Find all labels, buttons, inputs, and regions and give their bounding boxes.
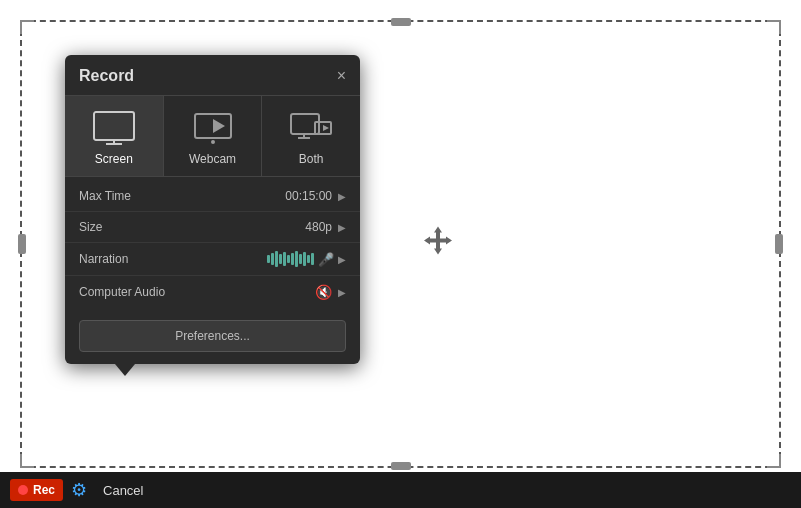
dialog-title: Record [79, 67, 134, 85]
handle-bottom[interactable] [391, 462, 411, 470]
svg-marker-6 [213, 119, 225, 133]
narration-chevron: ▶ [338, 254, 346, 265]
audio-chevron: ▶ [338, 287, 346, 298]
bottom-toolbar: Rec ⚙ Cancel [0, 472, 801, 508]
narration-row[interactable]: Narration 🎤 ▶ [65, 243, 360, 276]
bar-12 [311, 253, 314, 265]
bar-8 [295, 251, 298, 267]
bar-11 [307, 255, 310, 263]
record-dialog: Record × Screen Webcam [65, 55, 360, 364]
svg-marker-13 [323, 125, 329, 131]
bar-7 [291, 253, 294, 265]
source-screen[interactable]: Screen [65, 96, 164, 176]
handle-top[interactable] [391, 18, 411, 26]
both-icon [289, 110, 333, 146]
max-time-chevron: ▶ [338, 191, 346, 202]
size-row[interactable]: Size 480p ▶ [65, 212, 360, 243]
screen-icon [92, 110, 136, 146]
speaker-muted-icon: 🔇 [315, 284, 332, 300]
bar-9 [299, 254, 302, 264]
bar-1 [267, 255, 270, 263]
handle-left[interactable] [18, 234, 26, 254]
screen-label: Screen [95, 152, 133, 166]
source-webcam[interactable]: Webcam [164, 96, 263, 176]
bar-3 [275, 251, 278, 267]
rec-dot [18, 485, 28, 495]
size-chevron: ▶ [338, 222, 346, 233]
webcam-label: Webcam [189, 152, 236, 166]
settings-section: Max Time 00:15:00 ▶ Size 480p ▶ Narratio… [65, 177, 360, 312]
corner-br [767, 454, 781, 468]
cancel-button[interactable]: Cancel [95, 479, 151, 502]
bar-2 [271, 253, 274, 265]
corner-tl [20, 20, 34, 34]
size-label: Size [79, 220, 305, 234]
max-time-row[interactable]: Max Time 00:15:00 ▶ [65, 181, 360, 212]
gear-button[interactable]: ⚙ [67, 477, 91, 503]
rec-label: Rec [33, 483, 55, 497]
webcam-icon [191, 110, 235, 146]
handle-right[interactable] [775, 234, 783, 254]
source-selector: Screen Webcam Both [65, 95, 360, 177]
computer-audio-label: Computer Audio [79, 285, 315, 299]
svg-point-7 [211, 140, 215, 144]
bar-4 [279, 254, 282, 264]
corner-tr [767, 20, 781, 34]
svg-marker-0 [424, 227, 452, 255]
corner-bl [20, 454, 34, 468]
both-label: Both [299, 152, 324, 166]
bar-10 [303, 252, 306, 266]
bar-5 [283, 252, 286, 266]
mic-icon: 🎤 [318, 252, 334, 267]
source-both[interactable]: Both [262, 96, 360, 176]
dialog-header: Record × [65, 55, 360, 95]
narration-label: Narration [79, 252, 267, 266]
rec-button[interactable]: Rec [10, 479, 63, 501]
max-time-label: Max Time [79, 189, 285, 203]
close-button[interactable]: × [337, 68, 346, 84]
bar-6 [287, 255, 290, 263]
move-icon[interactable] [422, 225, 454, 264]
svg-rect-1 [94, 112, 134, 140]
max-time-value: 00:15:00 [285, 189, 332, 203]
narration-bars [267, 251, 314, 267]
computer-audio-row[interactable]: Computer Audio 🔇 ▶ [65, 276, 360, 308]
size-value: 480p [305, 220, 332, 234]
preferences-button[interactable]: Preferences... [79, 320, 346, 352]
